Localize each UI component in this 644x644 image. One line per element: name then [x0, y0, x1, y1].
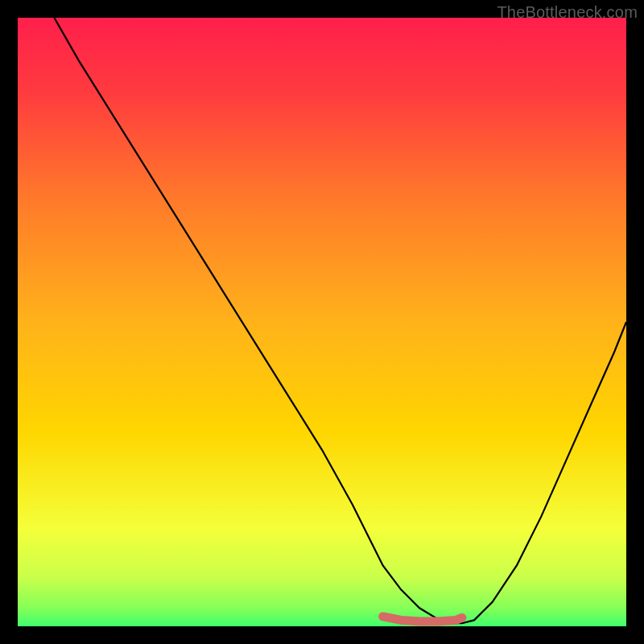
chart-frame	[18, 18, 626, 626]
bottleneck-chart	[18, 18, 626, 626]
watermark-text: TheBottleneck.com	[497, 3, 638, 22]
minimum-marker	[383, 617, 462, 621]
